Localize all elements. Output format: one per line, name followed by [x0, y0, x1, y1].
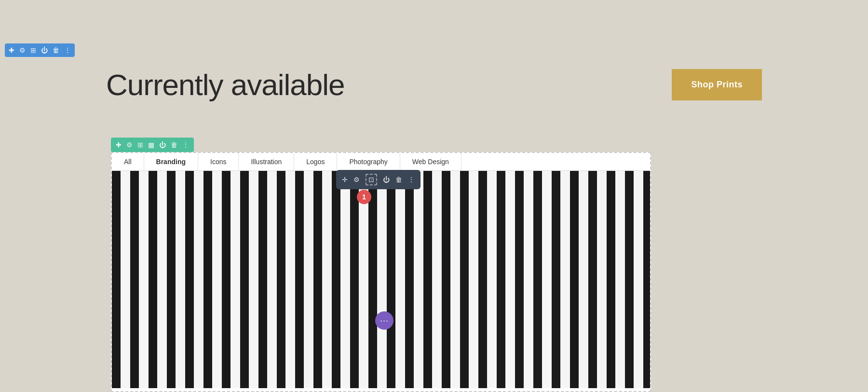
layout-icon[interactable]: ⊞ — [30, 46, 36, 54]
power-icon[interactable]: ⏻ — [41, 46, 48, 54]
power-section-icon[interactable]: ⏻ — [159, 141, 166, 149]
tab-logos[interactable]: Logos — [294, 153, 337, 170]
settings-section-icon[interactable]: ⚙ — [126, 141, 133, 149]
tab-icons[interactable]: Icons — [198, 153, 239, 170]
notification-badge: 1 — [357, 190, 371, 204]
more-section-icon[interactable]: ⋮ — [182, 141, 189, 149]
grid-section-icon[interactable]: ▦ — [148, 141, 154, 149]
tab-branding[interactable]: Branding — [144, 153, 198, 170]
tab-web-design[interactable]: Web Design — [400, 153, 461, 170]
stripes-pattern — [112, 171, 650, 388]
delete-section-icon[interactable]: 🗑 — [171, 141, 177, 149]
ellipsis-icon: ··· — [380, 316, 389, 326]
layout-section-icon[interactable]: ⊞ — [137, 141, 143, 149]
power-float-icon[interactable]: ⏻ — [383, 176, 390, 183]
tab-photography[interactable]: Photography — [337, 153, 400, 170]
delete-icon[interactable]: 🗑 — [53, 46, 59, 54]
top-toolbar[interactable]: ✚ ⚙ ⊞ ⏻ 🗑 ⋮ — [5, 43, 75, 57]
settings-float-icon[interactable]: ⚙ — [353, 176, 360, 183]
move-float-icon[interactable]: ✛ — [342, 176, 348, 183]
page-title: Currently available — [106, 68, 344, 102]
add-section-icon[interactable]: ✚ — [116, 141, 122, 149]
header-row: Currently available Shop Prints — [106, 68, 762, 102]
more-icon[interactable]: ⋮ — [64, 46, 71, 54]
more-options-button[interactable]: ··· — [375, 311, 393, 330]
striped-image-area — [112, 171, 650, 388]
tab-all[interactable]: All — [112, 153, 144, 170]
select-float-icon[interactable]: ⊡ — [366, 174, 377, 185]
main-content: Currently available Shop Prints — [0, 68, 868, 121]
floating-toolbar[interactable]: ✛ ⚙ ⊡ ⏻ 🗑 ⋮ — [336, 170, 420, 189]
filter-tabs: All Branding Icons Illustration Logos Ph… — [112, 153, 650, 171]
tab-illustration[interactable]: Illustration — [239, 153, 294, 170]
delete-float-icon[interactable]: 🗑 — [395, 176, 402, 183]
more-float-icon[interactable]: ⋮ — [408, 176, 415, 183]
section-toolbar[interactable]: ✚ ⚙ ⊞ ▦ ⏻ 🗑 ⋮ — [111, 138, 194, 152]
add-icon[interactable]: ✚ — [9, 46, 14, 54]
shop-prints-button[interactable]: Shop Prints — [672, 69, 762, 100]
settings-icon[interactable]: ⚙ — [19, 46, 26, 54]
